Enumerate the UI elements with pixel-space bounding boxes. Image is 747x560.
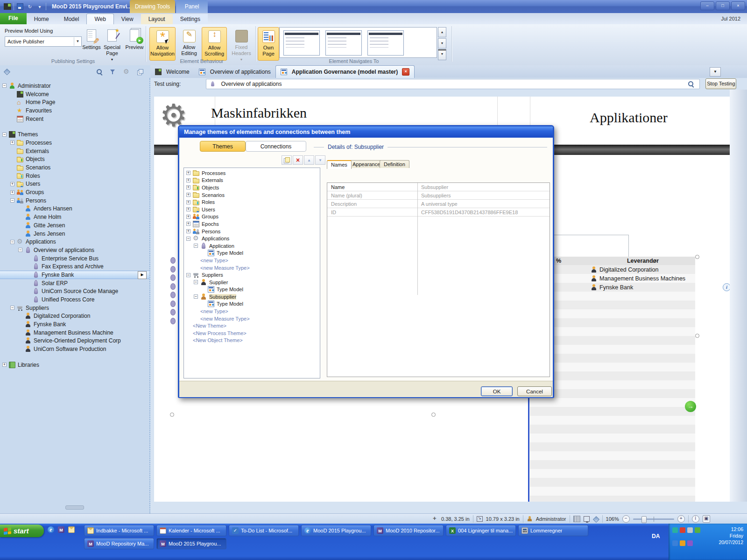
tree-item[interactable]: Fynske Bank bbox=[0, 320, 149, 329]
tree-item[interactable]: Service-Oriented Deployment Corp bbox=[0, 337, 149, 345]
tree-item[interactable]: +Processes bbox=[184, 169, 320, 177]
minimize-button[interactable]: – bbox=[700, 1, 714, 10]
tree-item-label[interactable]: Externals bbox=[26, 148, 49, 154]
taskbar-button[interactable]: Kalender - Microsoft ... bbox=[156, 525, 226, 536]
collapse-icon[interactable]: − bbox=[194, 244, 198, 248]
special-page-button[interactable]: Special Page ▼ bbox=[100, 27, 124, 61]
tray-icon[interactable] bbox=[680, 527, 685, 533]
tree-item-label[interactable]: Suppliers bbox=[202, 272, 223, 278]
tree-item[interactable]: <new Measure Type> bbox=[184, 264, 320, 272]
tree-item[interactable]: <new Measure Type> bbox=[184, 315, 320, 322]
tree-item-label[interactable]: Jens Jensen bbox=[34, 231, 65, 237]
cancel-button[interactable]: Cancel bbox=[517, 386, 552, 396]
tree-item[interactable]: +Groups bbox=[0, 188, 149, 196]
keyboard-icon[interactable] bbox=[573, 516, 580, 522]
tree-item[interactable]: +Users bbox=[184, 206, 320, 213]
tree-item[interactable]: Anders Hansen bbox=[0, 205, 149, 213]
tree-item[interactable]: Management Business Machine bbox=[0, 329, 149, 337]
tree-item-label[interactable]: Fynske Bank bbox=[34, 321, 66, 328]
tree-item-label[interactable]: Type Model bbox=[217, 287, 243, 292]
tree-item-label[interactable]: UniCorn Source Code Manage bbox=[42, 288, 118, 294]
ribbon-tab-settings[interactable]: Settings bbox=[173, 14, 208, 24]
mail-icon[interactable] bbox=[68, 526, 75, 533]
zoom-in-button[interactable]: + bbox=[677, 515, 685, 523]
tree-item-label[interactable]: Solar ERP bbox=[42, 280, 68, 287]
expand-icon[interactable]: + bbox=[10, 182, 14, 186]
internet-explorer-icon[interactable] bbox=[48, 526, 54, 533]
tray-icon[interactable] bbox=[687, 540, 693, 546]
tree-item-label[interactable]: <New Object Theme> bbox=[193, 337, 243, 343]
filter-icon[interactable] bbox=[110, 69, 116, 75]
tree-item[interactable]: +Processes bbox=[0, 139, 149, 147]
tag-icon[interactable] bbox=[593, 516, 599, 522]
taskbar-button[interactable]: Lommeregner bbox=[518, 525, 588, 536]
expand-icon[interactable]: + bbox=[186, 215, 190, 219]
collapse-icon[interactable]: − bbox=[10, 240, 14, 244]
tree-item-label[interactable]: Groups bbox=[202, 214, 218, 219]
tree-item[interactable]: −Suppliers bbox=[184, 271, 320, 279]
tree-item[interactable]: Objects bbox=[0, 155, 149, 164]
app-icon[interactable] bbox=[4, 3, 11, 10]
zoom-out-button[interactable]: − bbox=[622, 515, 630, 523]
tree-item[interactable]: −Applications bbox=[0, 238, 149, 246]
taskbar-button[interactable]: To-Do List - Microsof... bbox=[229, 525, 299, 536]
tree-item[interactable]: Fax Express and Archive bbox=[0, 262, 149, 271]
ribbon-tab-view[interactable]: View bbox=[114, 14, 141, 24]
tree-item-label[interactable]: Digitalized Corporation bbox=[34, 313, 90, 319]
tree-item[interactable]: +Externals bbox=[184, 177, 320, 184]
tree-item-label[interactable]: Administrator bbox=[18, 83, 51, 89]
selection-handle[interactable] bbox=[170, 413, 174, 417]
collapse-icon[interactable]: − bbox=[10, 198, 14, 203]
tree-item[interactable]: <New Theme> bbox=[184, 322, 320, 329]
tree-item[interactable]: <New Process Theme> bbox=[184, 329, 320, 337]
tree-item[interactable]: UniCorn Source Code Manage bbox=[0, 287, 149, 296]
expand-arrow-button[interactable]: ▶ bbox=[138, 271, 147, 279]
taskbar-clock[interactable]: 12:06 Friday 20/07/2012 bbox=[719, 526, 743, 546]
tree-item-label[interactable]: Themes bbox=[18, 131, 38, 138]
tree-item-label[interactable]: Favourites bbox=[26, 107, 52, 114]
tree-item[interactable]: Type Model bbox=[184, 301, 320, 308]
tree-item-label[interactable]: Fax Express and Archive bbox=[42, 263, 104, 270]
tree-item-label[interactable]: <new Measure Type> bbox=[200, 316, 250, 322]
tree-item[interactable]: −Applications bbox=[184, 235, 320, 242]
collapse-icon[interactable]: − bbox=[2, 84, 7, 88]
tree-item[interactable]: −Suppliers bbox=[0, 304, 149, 312]
delete-button[interactable]: × bbox=[293, 155, 303, 165]
tree-item-label[interactable]: Type Model bbox=[217, 301, 243, 307]
expand-icon[interactable]: + bbox=[186, 185, 190, 189]
tree-item-label[interactable]: <new Type> bbox=[200, 258, 228, 263]
tree-item-label[interactable]: <new Measure Type> bbox=[200, 265, 250, 271]
tree-item-label[interactable]: Persons bbox=[202, 229, 220, 234]
expand-icon[interactable]: + bbox=[186, 200, 190, 204]
selection-handle[interactable] bbox=[431, 413, 436, 417]
tree-item-label[interactable]: Processes bbox=[26, 140, 52, 146]
tree-item-label[interactable]: Service-Oriented Deployment Corp bbox=[34, 337, 121, 344]
page-thumbnail[interactable] bbox=[325, 30, 362, 56]
dialog-title[interactable]: Manage themes of elements and connection… bbox=[179, 126, 553, 138]
go-arrow-button[interactable]: → bbox=[685, 401, 696, 412]
tree-item-label[interactable]: Scenarios bbox=[26, 164, 50, 171]
tree-item-label[interactable]: Users bbox=[26, 181, 40, 187]
tree-item-label[interactable]: Processes bbox=[202, 170, 226, 176]
ok-button[interactable]: OK bbox=[481, 386, 513, 396]
tree-item[interactable]: Welcome bbox=[0, 90, 149, 98]
tray-icon[interactable] bbox=[695, 527, 700, 533]
tray-icon[interactable] bbox=[672, 540, 678, 546]
publisher-select[interactable]: Active Publisher ▼ bbox=[5, 36, 82, 47]
ribbon-tab-layout[interactable]: Layout bbox=[141, 14, 173, 24]
page-thumbnail[interactable] bbox=[367, 30, 404, 56]
tree-item-label[interactable]: Applications bbox=[202, 236, 229, 241]
taskbar-button[interactable]: Indbakke - Microsoft ... bbox=[84, 525, 154, 536]
ribbon-tab-model[interactable]: Model bbox=[56, 14, 87, 24]
tree-item-label[interactable]: Objects bbox=[26, 156, 45, 162]
gallery-more-button[interactable]: ▼ bbox=[438, 49, 446, 60]
maximize-button[interactable]: □ bbox=[716, 1, 730, 10]
tree-item-label[interactable]: Application bbox=[209, 243, 234, 249]
collapse-icon[interactable]: − bbox=[186, 273, 190, 277]
tree-item-label[interactable]: <New Theme> bbox=[193, 323, 226, 329]
document-tab[interactable]: Overview of applications bbox=[194, 66, 275, 78]
tree-item[interactable]: Home Page bbox=[0, 98, 149, 106]
stop-testing-button[interactable]: Stop Testing bbox=[705, 78, 736, 89]
tree-item[interactable]: Type Model bbox=[184, 250, 320, 257]
expand-icon[interactable]: + bbox=[186, 178, 190, 182]
